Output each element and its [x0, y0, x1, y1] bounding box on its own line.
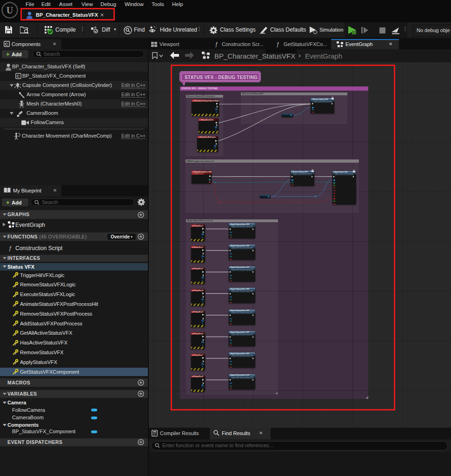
svg-text:U: U [7, 5, 13, 15]
svg-text:C: C [17, 74, 20, 79]
svg-text:C: C [5, 42, 8, 46]
